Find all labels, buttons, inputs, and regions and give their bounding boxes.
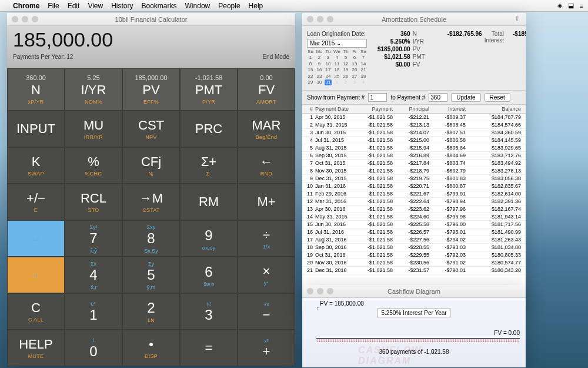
to-input[interactable] bbox=[429, 93, 447, 102]
share-icon[interactable]: ⇧ bbox=[513, 15, 521, 22]
update-button[interactable]: Update bbox=[451, 93, 480, 102]
key-K[interactable]: KSWAP bbox=[7, 147, 65, 184]
key-8[interactable]: Σxy8Sx,Sy bbox=[122, 220, 180, 257]
key-3[interactable]: n!3 bbox=[180, 293, 238, 330]
key-CFj[interactable]: CFjNⱼ bbox=[122, 147, 180, 184]
key-Σ+[interactable]: Σ+Σ- bbox=[180, 147, 238, 184]
table-row[interactable]: 21Dec 31, 2016-$1,021.58-$231.57-$790.01… bbox=[302, 267, 526, 274]
notification-icon[interactable]: ◈ bbox=[557, 2, 562, 9]
key-blank[interactable]: Σx² bbox=[7, 220, 65, 257]
key-+/−[interactable]: +/−E bbox=[7, 184, 65, 220]
dropbox-icon[interactable]: ⬓ bbox=[568, 2, 574, 9]
key-RM[interactable]: RM bbox=[180, 184, 238, 220]
cf-title: Cashflow Diagram bbox=[387, 288, 440, 295]
zoom-icon[interactable] bbox=[327, 16, 333, 22]
calendar-month-select[interactable]: Mar 2015 ⌄ bbox=[307, 39, 367, 48]
minimize-icon[interactable] bbox=[22, 16, 28, 22]
key-C[interactable]: CC ALL bbox=[7, 293, 65, 330]
search-icon[interactable]: ≡ bbox=[580, 2, 583, 9]
table-row[interactable]: 6Sep 30, 2015-$1,021.58-$216.89-$804.69$… bbox=[302, 152, 526, 160]
key-0[interactable]: ,/.0 bbox=[65, 330, 122, 366]
table-row[interactable]: 1Apr 30, 2015-$1,021.58-$212.21-$809.37$… bbox=[302, 114, 526, 121]
key-9[interactable]: 9σx,σy bbox=[180, 220, 238, 257]
key-•[interactable]: •DISP bbox=[122, 330, 180, 366]
key-+[interactable]: x²+ bbox=[238, 330, 295, 366]
table-row[interactable]: 17Aug 31, 2016-$1,021.58-$227.56-$794.02… bbox=[302, 236, 526, 244]
key-7[interactable]: Σy²7x̄,ȳ bbox=[65, 220, 122, 257]
table-row[interactable]: 11Feb 29, 2016-$1,021.58-$221.67-$799.91… bbox=[302, 190, 526, 198]
table-row[interactable]: 15Jun 30, 2016-$1,021.58-$225.58-$796.00… bbox=[302, 221, 526, 228]
table-row[interactable]: 7Oct 31, 2015-$1,021.58-$217.84-$803.74$… bbox=[302, 160, 526, 167]
table-row[interactable]: 10Jan 31, 2016-$1,021.58-$220.71-$800.87… bbox=[302, 183, 526, 190]
tvm-n[interactable]: 360.00NxP/YR bbox=[7, 68, 65, 111]
key-2[interactable]: 2LN bbox=[122, 293, 180, 330]
key-6[interactable]: 6x̄w,b bbox=[180, 257, 238, 293]
menu-bookmarks[interactable]: Bookmarks bbox=[142, 2, 177, 10]
key-−[interactable]: √x− bbox=[238, 293, 295, 330]
key-MU[interactable]: MUIRR/YR bbox=[65, 111, 122, 147]
menu-history[interactable]: History bbox=[111, 2, 133, 10]
key-1[interactable]: eˣ1 bbox=[65, 293, 122, 330]
key-PRC[interactable]: PRC bbox=[180, 111, 238, 147]
cashflow-window: Cashflow Diagram ↑ PV = 185,000.00 5.250… bbox=[302, 285, 526, 367]
key-←[interactable]: ←RND bbox=[238, 147, 295, 184]
key-blank[interactable]: n bbox=[7, 257, 65, 293]
tvm-pv[interactable]: 185,000.00PVEFF% bbox=[122, 68, 180, 111]
menu-help[interactable]: Help bbox=[249, 2, 263, 10]
loan-totals: -$182,765.96Total Interest-$185,002.84To… bbox=[441, 31, 526, 85]
close-icon[interactable] bbox=[307, 16, 313, 22]
app-name[interactable]: Chrome bbox=[13, 2, 39, 10]
key-×[interactable]: ×yˣ bbox=[238, 257, 295, 293]
menu-window[interactable]: Window bbox=[185, 2, 211, 10]
close-icon[interactable] bbox=[307, 288, 313, 294]
key-M+[interactable]: M+ bbox=[238, 184, 295, 220]
tvm-fv[interactable]: 0.00FVAMORT bbox=[238, 68, 295, 111]
table-row[interactable]: 3Jun 30, 2015-$1,021.58-$214.07-$807.51$… bbox=[302, 129, 526, 137]
menu-people[interactable]: People bbox=[218, 2, 240, 10]
table-row[interactable]: 8Nov 30, 2015-$1,021.58-$218.79-$802.79$… bbox=[302, 167, 526, 175]
table-row[interactable]: 5Aug 31, 2015-$1,021.58-$215.94-$805.64$… bbox=[302, 144, 526, 152]
tvm-i/yr[interactable]: 5.25I/YRNOM% bbox=[65, 68, 122, 111]
reset-button[interactable]: Reset bbox=[485, 93, 510, 102]
table-row[interactable]: 13Apr 30, 2016-$1,021.58-$223.62-$797.96… bbox=[302, 205, 526, 213]
calc-titlebar[interactable]: 10bii Financial Calculator bbox=[7, 13, 295, 26]
ppy-label: Payments Per Year: 12 bbox=[13, 54, 73, 60]
key-RCL[interactable]: RCLSTO bbox=[65, 184, 122, 220]
amort-title: Amortization Schedule bbox=[382, 16, 446, 23]
key-4[interactable]: Σx4x̂,r bbox=[65, 257, 122, 293]
minimize-icon[interactable] bbox=[317, 16, 323, 22]
table-row[interactable]: 16Jul 31, 2016-$1,021.58-$226.57-$795.01… bbox=[302, 228, 526, 236]
from-input[interactable] bbox=[368, 93, 387, 102]
key-÷[interactable]: ÷1/x bbox=[238, 220, 295, 257]
amort-titlebar[interactable]: Amortization Schedule ⇧ bbox=[302, 13, 526, 26]
table-row[interactable]: 9Dec 31, 2015-$1,021.58-$219.75-$801.83$… bbox=[302, 175, 526, 183]
table-body[interactable]: 1Apr 30, 2015-$1,021.58-$212.21-$809.37$… bbox=[302, 114, 526, 307]
key-%[interactable]: %%CHG bbox=[65, 147, 122, 184]
cf-watermark: CASHFLOW DIAGRAM bbox=[358, 345, 470, 366]
close-icon[interactable] bbox=[12, 16, 18, 22]
key-MAR[interactable]: MARBeg/End bbox=[238, 111, 295, 147]
table-row[interactable]: 18Sep 30, 2016-$1,021.58-$228.55-$793.03… bbox=[302, 244, 526, 251]
calendar[interactable]: Loan Origination Date: Mar 2015 ⌄ SuMoTu… bbox=[307, 31, 367, 85]
table-row[interactable]: 14May 31, 2016-$1,021.58-$224.60-$796.98… bbox=[302, 213, 526, 221]
menu-edit[interactable]: Edit bbox=[68, 2, 80, 10]
key-INPUT[interactable]: INPUT bbox=[7, 111, 65, 147]
key-5[interactable]: Σy5ŷ,m bbox=[122, 257, 180, 293]
table-row[interactable]: 2May 31, 2015-$1,021.58-$213.13-$808.45$… bbox=[302, 121, 526, 129]
zoom-icon[interactable] bbox=[327, 288, 333, 294]
minimize-icon[interactable] bbox=[317, 288, 323, 294]
zoom-icon[interactable] bbox=[32, 16, 38, 22]
key-HELP[interactable]: HELPMUTE bbox=[7, 330, 65, 366]
cf-interest: 5.250% Interest Per Year bbox=[377, 309, 450, 317]
key-=[interactable]: = bbox=[180, 330, 238, 366]
key-CST[interactable]: CSTNPV bbox=[122, 111, 180, 147]
menu-view[interactable]: View bbox=[88, 2, 103, 10]
table-row[interactable]: 4Jul 31, 2015-$1,021.58-$215.00-$806.58$… bbox=[302, 137, 526, 144]
tvm-pmt[interactable]: -1,021.58PMTP/YR bbox=[180, 68, 238, 111]
table-row[interactable]: 12Mar 31, 2016-$1,021.58-$222.64-$798.94… bbox=[302, 198, 526, 205]
table-row[interactable]: 20Nov 30, 2016-$1,021.58-$230.56-$791.02… bbox=[302, 259, 526, 267]
key-→M[interactable]: →MCSTAT bbox=[122, 184, 180, 220]
cf-titlebar[interactable]: Cashflow Diagram bbox=[302, 285, 526, 298]
table-row[interactable]: 19Oct 31, 2016-$1,021.58-$229.55-$792.03… bbox=[302, 251, 526, 259]
menu-file[interactable]: File bbox=[48, 2, 59, 10]
